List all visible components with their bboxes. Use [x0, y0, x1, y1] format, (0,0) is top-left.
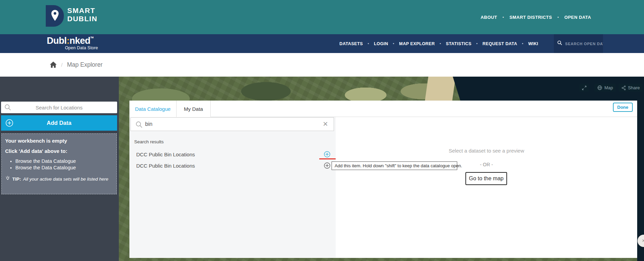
- search-results-header: Search results: [134, 139, 164, 144]
- catalogue-list-column: ✕ Search results DCC Public Bin Location…: [129, 117, 336, 258]
- panel-tab-row: Data Catalogue My Data Done: [129, 101, 637, 117]
- search-icon: [557, 40, 565, 47]
- location-search-input[interactable]: [1, 102, 117, 113]
- brand-line2: DUBLIN: [67, 15, 97, 23]
- logo-colon: :: [67, 36, 70, 46]
- nav-request-data[interactable]: REQUEST DATA: [472, 41, 517, 46]
- workbench-instruction: Click 'Add data' above to:: [5, 148, 113, 154]
- page: SMART DUBLIN ABOUT SMART DISTRICTS OPEN …: [0, 0, 644, 261]
- workbench-sidebar: Add Data Your workbench is empty Click '…: [0, 77, 119, 261]
- open-data-search-input[interactable]: [565, 42, 603, 46]
- nav-about[interactable]: ABOUT: [481, 15, 497, 20]
- workbench-empty-box: Your workbench is empty Click 'Add data'…: [1, 133, 117, 194]
- panel-body: ✕ Search results DCC Public Bin Location…: [129, 117, 637, 258]
- site-header: SMART DUBLIN ABOUT SMART DISTRICTS OPEN …: [0, 0, 644, 34]
- breadcrumb: / Map Explorer: [50, 53, 102, 77]
- nav-wiki[interactable]: WIKI: [517, 41, 538, 46]
- annotation-red-underline: [319, 158, 337, 159]
- go-to-map-button[interactable]: Go to the map: [465, 172, 507, 185]
- tab-data-catalogue[interactable]: Data Catalogue: [129, 101, 177, 117]
- nav-open-data[interactable]: OPEN DATA: [552, 15, 591, 20]
- home-icon[interactable]: [50, 62, 57, 68]
- result-row-title[interactable]: DCC Public Bin Locations: [136, 163, 195, 169]
- dublinked-navbar: Dubl:nkedTM Open Data Store DATASETS LOG…: [0, 34, 644, 53]
- tab-my-data[interactable]: My Data: [177, 101, 211, 117]
- fullscreen-button[interactable]: [579, 84, 589, 92]
- header-nav: ABOUT SMART DISTRICTS OPEN DATA: [481, 0, 591, 34]
- share-icon: [621, 86, 626, 90]
- nav-statistics[interactable]: STATISTICS: [435, 41, 471, 46]
- globe-icon: [597, 85, 602, 90]
- preview-prompt: Select a dataset to see a preview: [336, 148, 637, 154]
- share-button[interactable]: Share: [619, 84, 643, 92]
- done-button[interactable]: Done: [613, 103, 633, 112]
- map-pin-icon: [51, 10, 59, 23]
- location-searchbox: [1, 102, 117, 113]
- add-item-tooltip: Add this item. Hold down "shift" to keep…: [332, 161, 457, 170]
- add-data-label: Add Data: [47, 120, 71, 126]
- breadcrumb-current: Map Explorer: [67, 61, 102, 68]
- data-catalogue-panel: Data Catalogue My Data Done ✕ Search res…: [129, 101, 637, 258]
- preview-column: Select a dataset to see a preview - OR -…: [336, 117, 637, 258]
- brand-wordmark: SMART DUBLIN: [67, 6, 97, 23]
- workbench-bullet: Browse the Data Catalogue: [15, 158, 113, 164]
- smart-dublin-logo[interactable]: [46, 5, 64, 27]
- result-row-title[interactable]: DCC Public Bin Locations: [136, 152, 195, 157]
- breadcrumb-separator: /: [61, 62, 62, 68]
- logo-tm: TM: [90, 36, 94, 39]
- workbench-empty-title: Your workbench is empty: [5, 138, 113, 144]
- dublinked-logo[interactable]: Dubl:nkedTM Open Data Store: [47, 36, 98, 50]
- map-button-label: Map: [604, 85, 613, 90]
- lightbulb-icon: [5, 175, 10, 182]
- workbench-bullet-list: Browse the Data Catalogue Browse the Dat…: [15, 158, 113, 170]
- nav-smart-districts[interactable]: SMART DISTRICTS: [497, 15, 552, 20]
- clear-search-icon[interactable]: ✕: [321, 120, 330, 128]
- nav-login[interactable]: LOGIN: [363, 41, 388, 46]
- tip-label: TIP:: [12, 177, 21, 182]
- expand-icon: [582, 86, 587, 90]
- navbar-links: DATASETS LOGIN MAP EXPLORER STATISTICS R…: [339, 34, 538, 53]
- logo-tagline: Open Data Store: [47, 45, 98, 50]
- brand-line1: SMART: [67, 6, 97, 15]
- map-layer-button[interactable]: Map: [594, 84, 616, 92]
- nav-datasets[interactable]: DATASETS: [339, 41, 363, 46]
- open-data-searchbox[interactable]: [554, 34, 603, 53]
- workbench-bullet: Browse the Data Catalogue: [15, 165, 113, 170]
- dublinked-wordmark: Dubl:nkedTM: [47, 36, 98, 45]
- add-data-button[interactable]: Add Data: [1, 115, 117, 131]
- catalogue-searchbox: ✕: [130, 117, 334, 131]
- nav-map-explorer[interactable]: MAP EXPLORER: [388, 41, 435, 46]
- share-button-label: Share: [628, 85, 640, 90]
- workbench-tip: TIP: All your active data sets will be l…: [5, 175, 113, 182]
- tip-text: All your active data sets will be listed…: [23, 177, 109, 182]
- breadcrumb-bar: / Map Explorer: [0, 53, 644, 77]
- add-item-icon[interactable]: [324, 151, 331, 158]
- add-item-icon[interactable]: [324, 162, 331, 169]
- catalogue-search-input[interactable]: [145, 118, 312, 131]
